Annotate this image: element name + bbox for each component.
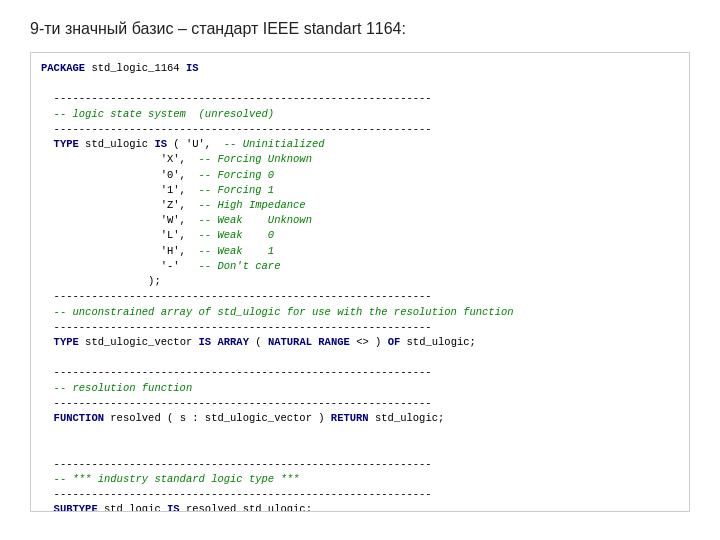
code-block: PACKAGE std_logic_1164 IS --------------… (30, 52, 690, 512)
slide-title: 9-ти значный базис – стандарт IEEE stand… (30, 20, 690, 38)
slide: 9-ти значный базис – стандарт IEEE stand… (0, 0, 720, 540)
